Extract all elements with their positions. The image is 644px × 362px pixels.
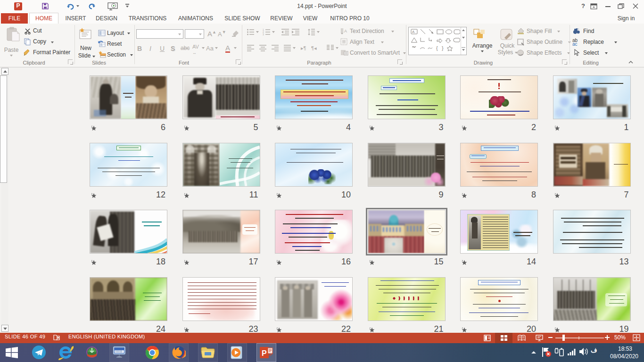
svg-text:}: }: [442, 45, 444, 51]
svg-text:{: {: [436, 45, 438, 51]
svg-text:A: A: [344, 29, 347, 33]
svg-text:A: A: [412, 30, 415, 34]
svg-text:P: P: [262, 349, 267, 357]
svg-text:3: 3: [263, 33, 264, 36]
